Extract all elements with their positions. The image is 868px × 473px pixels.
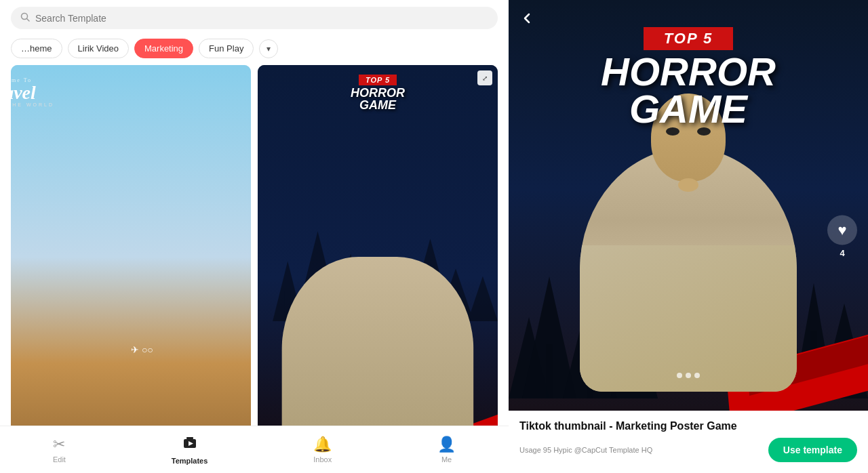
template-info-bar: Tiktok thumbnail - Marketing Poster Game… [509, 411, 868, 473]
nav-label-edit: Edit [53, 455, 66, 464]
template-card-horror[interactable]: TOP 5 HORRORGAME ⤢ ✦ 95 Tiktok thumbnail… [258, 65, 498, 473]
expand-icon-horror[interactable]: ⤢ [477, 70, 492, 85]
more-filters-button[interactable]: ▾ [259, 39, 278, 58]
right-horror-title-block: TOP 5 HORROR GAME [509, 27, 868, 127]
search-bar-container [0, 0, 509, 36]
search-input[interactable] [35, 13, 488, 24]
nav-label-inbox: Inbox [313, 455, 332, 464]
template-name: Tiktok thumbnail - Marketing Poster Game [519, 420, 857, 432]
travel-title: Travel [11, 83, 131, 102]
profile-icon: 👤 [437, 436, 456, 453]
template-card-travel[interactable]: It's Time To Travel EXPLORE THE WORLD ✈ … [11, 65, 251, 473]
nav-item-templates[interactable]: Templates [161, 431, 219, 469]
templates-icon [182, 435, 198, 455]
svg-line-1 [27, 19, 30, 22]
right-horror-main-title: HORROR GAME [509, 53, 868, 127]
template-meta-text: Usage 95 Hypic @CapCut Template HQ [519, 446, 652, 454]
nav-item-inbox[interactable]: 🔔 Inbox [302, 432, 342, 468]
dots-menu[interactable] [677, 373, 700, 378]
dot-3 [694, 373, 700, 378]
nav-item-edit[interactable]: ✂ Edit [42, 432, 77, 468]
nav-item-me[interactable]: 👤 Me [427, 432, 467, 468]
tab-theme[interactable]: …heme [11, 39, 62, 58]
right-top5-badge: TOP 5 [644, 27, 733, 50]
travel-explore: EXPLORE THE WORLD [11, 102, 131, 107]
nav-label-templates: Templates [172, 457, 208, 465]
plane-icon: ✈ ○○ [131, 344, 153, 355]
back-button[interactable] [517, 8, 537, 28]
filter-tabs: …heme Lirik Video Marketing Fun Play ▾ [0, 36, 509, 65]
bell-icon: 🔔 [313, 436, 332, 453]
dot-1 [677, 373, 682, 378]
use-template-button[interactable]: Use template [768, 438, 857, 462]
right-panel: TOP 5 HORROR GAME ♥ 4 [509, 0, 868, 473]
tab-lirik-video[interactable]: Lirik Video [68, 39, 129, 58]
nav-label-me: Me [441, 455, 452, 464]
horror-top5-small: TOP 5 [359, 75, 397, 85]
bottom-nav: ✂ Edit Templates 🔔 Inbox 👤 Me [0, 426, 509, 473]
tab-fun-play[interactable]: Fun Play [199, 39, 254, 58]
search-bar[interactable] [11, 7, 498, 29]
svg-rect-14 [186, 437, 193, 439]
left-panel: …heme Lirik Video Marketing Fun Play ▾ I… [0, 0, 509, 473]
horror-title-small: HORRORGAME [258, 87, 498, 111]
dot-2 [686, 373, 691, 378]
templates-grid: It's Time To Travel EXPLORE THE WORLD ✈ … [0, 65, 509, 473]
like-button[interactable]: ♥ 4 [827, 215, 857, 258]
right-person-graphic [580, 121, 797, 392]
like-count: 4 [840, 248, 844, 258]
search-icon [20, 12, 30, 24]
tab-marketing[interactable]: Marketing [134, 39, 193, 58]
scissors-icon: ✂ [53, 436, 65, 453]
heart-icon: ♥ [827, 215, 857, 245]
template-meta-row: Usage 95 Hypic @CapCut Template HQ Use t… [519, 438, 857, 462]
